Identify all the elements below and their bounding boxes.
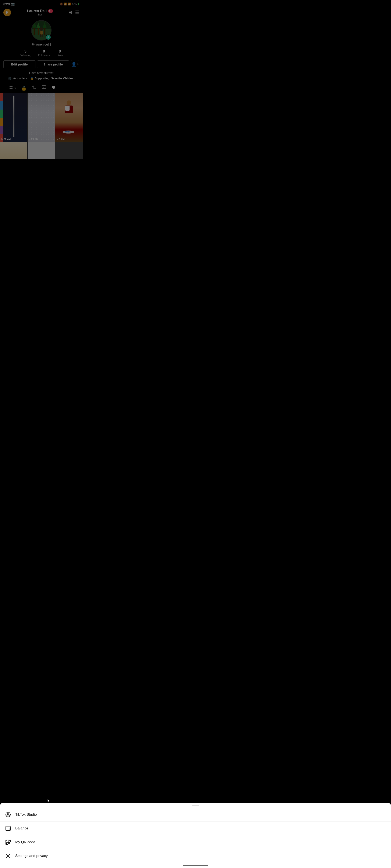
overlay[interactable] bbox=[0, 0, 83, 868]
svg-point-33 bbox=[7, 855, 9, 857]
sheet-item-balance[interactable]: Balance bbox=[0, 822, 83, 835]
svg-rect-26 bbox=[6, 840, 7, 841]
qr-icon bbox=[5, 839, 11, 845]
settings-icon bbox=[5, 853, 11, 859]
svg-rect-27 bbox=[9, 840, 10, 841]
bottom-sheet: TikTok Studio Balance bbox=[0, 803, 83, 868]
svg-rect-30 bbox=[9, 842, 10, 843]
qr-code-label: My QR code bbox=[15, 840, 35, 844]
studio-label: TikTok Studio bbox=[15, 812, 37, 817]
svg-rect-32 bbox=[9, 843, 10, 844]
svg-point-19 bbox=[7, 813, 9, 815]
wallet-icon bbox=[5, 826, 11, 831]
settings-label: Settings and privacy bbox=[15, 854, 48, 858]
svg-rect-29 bbox=[8, 842, 9, 843]
svg-rect-31 bbox=[8, 843, 9, 844]
sheet-item-qr[interactable]: My QR code bbox=[0, 835, 83, 849]
balance-label: Balance bbox=[15, 826, 28, 831]
sheet-item-studio[interactable]: TikTok Studio bbox=[0, 808, 83, 822]
svg-rect-28 bbox=[6, 843, 7, 844]
sheet-item-settings[interactable]: Settings and privacy bbox=[0, 849, 83, 863]
studio-icon bbox=[5, 812, 11, 817]
svg-marker-20 bbox=[9, 812, 10, 813]
svg-rect-22 bbox=[9, 829, 10, 830]
